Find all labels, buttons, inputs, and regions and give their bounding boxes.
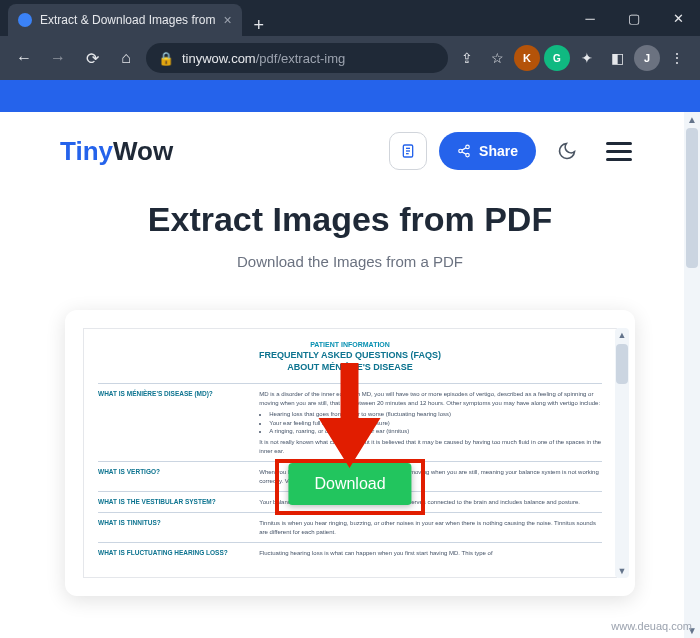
browser-tab[interactable]: Extract & Download Images from × bbox=[8, 4, 242, 36]
svg-point-4 bbox=[466, 145, 470, 149]
page-scroll-up-icon[interactable]: ▲ bbox=[684, 114, 700, 125]
maximize-button[interactable]: ▢ bbox=[612, 0, 656, 36]
logo-part1: Tiny bbox=[60, 136, 113, 166]
doc-row-text: Fluctuating hearing loss is what can hap… bbox=[259, 549, 602, 557]
tab-title: Extract & Download Images from bbox=[40, 13, 215, 27]
extension-k-icon[interactable]: K bbox=[514, 45, 540, 71]
page-subtitle: Download the Images from a PDF bbox=[60, 253, 640, 270]
moon-icon bbox=[557, 141, 577, 161]
close-tab-icon[interactable]: × bbox=[223, 12, 231, 28]
bookmark-icon[interactable]: ☆ bbox=[484, 45, 510, 71]
preview-scrollbar[interactable]: ▲ ▼ bbox=[615, 328, 629, 578]
reload-button[interactable]: ⟳ bbox=[78, 44, 106, 72]
profile-avatar[interactable]: J bbox=[634, 45, 660, 71]
doc-header: PATIENT INFORMATION bbox=[98, 341, 602, 348]
svg-point-5 bbox=[459, 149, 463, 153]
hamburger-menu[interactable] bbox=[598, 134, 640, 169]
watermark: www.deuaq.com bbox=[611, 620, 692, 632]
close-window-button[interactable]: ✕ bbox=[656, 0, 700, 36]
minimize-button[interactable]: ─ bbox=[568, 0, 612, 36]
logo-part2: Wow bbox=[113, 136, 173, 166]
page-scroll-thumb[interactable] bbox=[686, 128, 698, 268]
svg-line-8 bbox=[462, 152, 466, 154]
share-button[interactable]: Share bbox=[439, 132, 536, 170]
preview-card: PATIENT INFORMATION FREQUENTLY ASKED QUE… bbox=[65, 310, 635, 596]
document-icon-button[interactable] bbox=[389, 132, 427, 170]
doc-row-label: WHAT IS VERTIGO? bbox=[98, 468, 259, 485]
doc-row: WHAT IS MÉNIÈRE'S DISEASE (MD)?MD is a d… bbox=[98, 383, 602, 461]
forward-button[interactable]: → bbox=[44, 44, 72, 72]
doc-row-label: WHAT IS FLUCTUATING HEARING LOSS? bbox=[98, 549, 259, 557]
browser-menu-icon[interactable]: ⋮ bbox=[664, 45, 690, 71]
preview-scroll-thumb[interactable] bbox=[616, 344, 628, 384]
doc-row-text: Tinnitus is when you hear ringing, buzzi… bbox=[259, 519, 602, 536]
share-label: Share bbox=[479, 143, 518, 159]
download-button[interactable]: Download bbox=[288, 463, 411, 505]
page-scrollbar[interactable]: ▲ ▼ bbox=[684, 112, 700, 638]
doc-row: WHAT IS TINNITUS?Tinnitus is when you he… bbox=[98, 512, 602, 542]
doc-row-label: WHAT IS MÉNIÈRE'S DISEASE (MD)? bbox=[98, 390, 259, 455]
extension-g-icon[interactable]: G bbox=[544, 45, 570, 71]
svg-point-6 bbox=[466, 153, 470, 157]
lock-icon: 🔒 bbox=[158, 51, 174, 66]
address-bar[interactable]: 🔒 tinywow.com/pdf/extract-img bbox=[146, 43, 448, 73]
page-title: Extract Images from PDF bbox=[60, 200, 640, 239]
url-host: tinywow.com bbox=[182, 51, 256, 66]
home-button[interactable]: ⌂ bbox=[112, 44, 140, 72]
site-top-bar bbox=[0, 80, 700, 112]
new-tab-button[interactable]: + bbox=[242, 15, 277, 36]
tab-favicon bbox=[18, 13, 32, 27]
scroll-up-icon[interactable]: ▲ bbox=[615, 330, 629, 340]
site-logo[interactable]: TinyWow bbox=[60, 136, 173, 167]
share-icon bbox=[457, 144, 471, 158]
extensions-icon[interactable]: ✦ bbox=[574, 45, 600, 71]
doc-row-text: MD is a disorder of the inner ear. With … bbox=[259, 390, 602, 455]
document-icon bbox=[400, 143, 416, 159]
doc-row: WHAT IS FLUCTUATING HEARING LOSS?Fluctua… bbox=[98, 542, 602, 563]
doc-title: FREQUENTLY ASKED QUESTIONS (FAQS) ABOUT … bbox=[98, 350, 602, 373]
scroll-down-icon[interactable]: ▼ bbox=[615, 566, 629, 576]
svg-line-7 bbox=[462, 148, 466, 150]
back-button[interactable]: ← bbox=[10, 44, 38, 72]
doc-row-label: WHAT IS THE VESTIBULAR SYSTEM? bbox=[98, 498, 259, 506]
side-panel-icon[interactable]: ◧ bbox=[604, 45, 630, 71]
share-page-icon[interactable]: ⇪ bbox=[454, 45, 480, 71]
pdf-preview: PATIENT INFORMATION FREQUENTLY ASKED QUE… bbox=[83, 328, 617, 578]
doc-row-label: WHAT IS TINNITUS? bbox=[98, 519, 259, 536]
theme-toggle[interactable] bbox=[548, 132, 586, 170]
url-path: /pdf/extract-img bbox=[256, 51, 346, 66]
